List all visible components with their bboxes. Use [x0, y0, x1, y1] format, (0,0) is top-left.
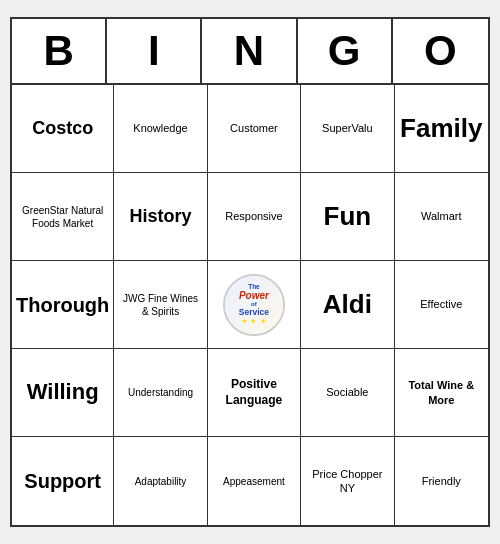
cell-4-4: Sociable: [301, 349, 394, 437]
logo-circle: The Power of Service ✦ ✦ ✦: [223, 274, 285, 336]
cell-text: Appeasement: [223, 475, 285, 488]
cell-5-1: Support: [12, 437, 114, 525]
cell-text: Knowledge: [133, 121, 187, 135]
power-service-logo: The Power of Service ✦ ✦ ✦: [223, 274, 285, 336]
bingo-header: B I N G O: [12, 19, 488, 85]
cell-text: Total Wine & More: [399, 378, 484, 407]
cell-4-5: Total Wine & More: [395, 349, 488, 437]
cell-text: Willing: [27, 378, 99, 407]
cell-text: Family: [400, 112, 482, 146]
cell-5-2: Adaptability: [114, 437, 207, 525]
cell-text: SuperValu: [322, 121, 373, 135]
logo-stars: ✦ ✦ ✦: [241, 317, 266, 326]
logo-power: Power: [239, 290, 269, 301]
cell-text: Understanding: [128, 386, 193, 399]
cell-text: GreenStar Natural Foods Market: [16, 204, 109, 230]
cell-text: Support: [24, 468, 101, 494]
cell-1-2: Knowledge: [114, 85, 207, 173]
cell-1-4: SuperValu: [301, 85, 394, 173]
cell-text: Thorough: [16, 292, 109, 318]
cell-5-5: Friendly: [395, 437, 488, 525]
letter-g: G: [298, 19, 393, 83]
cell-text: Effective: [420, 297, 462, 311]
cell-text: Positive Language: [212, 377, 296, 408]
letter-b: B: [12, 19, 107, 83]
cell-1-3: Customer: [208, 85, 301, 173]
logo-the: The: [248, 283, 260, 290]
cell-text: Friendly: [422, 474, 461, 488]
bingo-grid: Costco Knowledge Customer SuperValu Fami…: [12, 85, 488, 525]
cell-3-2: JWG Fine Wines & Spirits: [114, 261, 207, 349]
cell-3-1: Thorough: [12, 261, 114, 349]
cell-2-5: Walmart: [395, 173, 488, 261]
cell-3-4: Aldi: [301, 261, 394, 349]
letter-o: O: [393, 19, 488, 83]
cell-4-2: Understanding: [114, 349, 207, 437]
letter-n: N: [202, 19, 297, 83]
cell-text: Costco: [32, 117, 93, 140]
cell-4-3: Positive Language: [208, 349, 301, 437]
cell-text: Adaptability: [135, 475, 187, 488]
cell-text: Price Chopper NY: [305, 467, 389, 496]
logo-service: Service: [239, 307, 269, 317]
bingo-card: B I N G O Costco Knowledge Customer Supe…: [10, 17, 490, 527]
cell-text: JWG Fine Wines & Spirits: [118, 292, 202, 318]
cell-1-1: Costco: [12, 85, 114, 173]
cell-1-5: Family: [395, 85, 488, 173]
cell-text: History: [130, 205, 192, 228]
cell-2-1: GreenStar Natural Foods Market: [12, 173, 114, 261]
cell-3-5: Effective: [395, 261, 488, 349]
letter-i: I: [107, 19, 202, 83]
cell-5-3: Appeasement: [208, 437, 301, 525]
cell-3-3-logo: The Power of Service ✦ ✦ ✦: [208, 261, 301, 349]
cell-text: Responsive: [225, 209, 282, 223]
cell-text: Fun: [324, 200, 372, 234]
cell-4-1: Willing: [12, 349, 114, 437]
cell-text: Sociable: [326, 385, 368, 399]
cell-2-3: Responsive: [208, 173, 301, 261]
cell-text: Aldi: [323, 288, 372, 322]
cell-2-2: History: [114, 173, 207, 261]
cell-text: Walmart: [421, 209, 462, 223]
cell-2-4: Fun: [301, 173, 394, 261]
cell-text: Customer: [230, 121, 278, 135]
cell-5-4: Price Chopper NY: [301, 437, 394, 525]
